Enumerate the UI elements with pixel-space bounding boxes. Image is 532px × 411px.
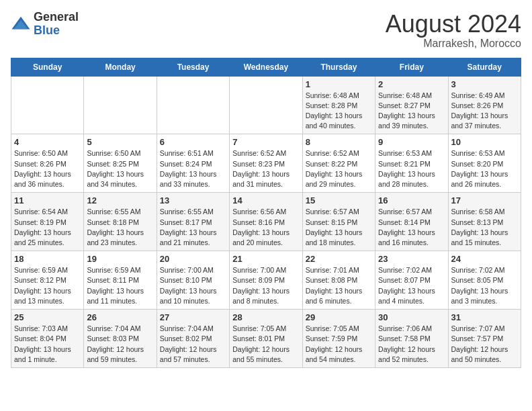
day-cell: 29Sunrise: 7:05 AM Sunset: 7:59 PM Dayli… xyxy=(302,310,375,368)
day-cell: 10Sunrise: 6:53 AM Sunset: 8:20 PM Dayli… xyxy=(448,134,521,193)
day-detail: Sunrise: 7:02 AM Sunset: 8:07 PM Dayligh… xyxy=(378,265,445,306)
header-day-wednesday: Wednesday xyxy=(230,58,302,76)
header-day-thursday: Thursday xyxy=(302,58,375,76)
day-detail: Sunrise: 6:55 AM Sunset: 8:18 PM Dayligh… xyxy=(87,207,153,248)
day-detail: Sunrise: 6:52 AM Sunset: 8:22 PM Dayligh… xyxy=(306,148,372,189)
day-cell: 7Sunrise: 6:52 AM Sunset: 8:23 PM Daylig… xyxy=(230,134,302,193)
header-row: SundayMondayTuesdayWednesdayThursdayFrid… xyxy=(11,58,521,76)
day-cell: 8Sunrise: 6:52 AM Sunset: 8:22 PM Daylig… xyxy=(302,134,375,193)
day-cell: 31Sunrise: 7:07 AM Sunset: 7:57 PM Dayli… xyxy=(448,310,521,368)
day-detail: Sunrise: 7:05 AM Sunset: 7:59 PM Dayligh… xyxy=(306,324,372,365)
week-row-1: 1Sunrise: 6:48 AM Sunset: 8:28 PM Daylig… xyxy=(11,76,521,134)
calendar-body: 1Sunrise: 6:48 AM Sunset: 8:28 PM Daylig… xyxy=(11,76,521,367)
day-cell: 30Sunrise: 7:06 AM Sunset: 7:58 PM Dayli… xyxy=(375,310,448,368)
day-number: 11 xyxy=(14,195,81,205)
day-cell: 2Sunrise: 6:48 AM Sunset: 8:27 PM Daylig… xyxy=(375,76,448,134)
day-number: 16 xyxy=(378,195,445,205)
day-cell: 22Sunrise: 7:01 AM Sunset: 8:08 PM Dayli… xyxy=(302,251,375,310)
day-cell: 3Sunrise: 6:49 AM Sunset: 8:26 PM Daylig… xyxy=(448,76,521,134)
day-detail: Sunrise: 7:07 AM Sunset: 7:57 PM Dayligh… xyxy=(451,324,518,365)
day-number: 12 xyxy=(87,195,153,205)
day-cell: 26Sunrise: 7:04 AM Sunset: 8:03 PM Dayli… xyxy=(84,310,157,368)
day-number: 28 xyxy=(232,312,299,322)
day-detail: Sunrise: 6:53 AM Sunset: 8:20 PM Dayligh… xyxy=(451,148,518,189)
day-number: 3 xyxy=(451,79,518,89)
day-number: 7 xyxy=(232,137,299,147)
day-cell: 5Sunrise: 6:50 AM Sunset: 8:25 PM Daylig… xyxy=(84,134,157,193)
day-detail: Sunrise: 6:50 AM Sunset: 8:26 PM Dayligh… xyxy=(14,148,81,189)
header-day-monday: Monday xyxy=(84,58,157,76)
day-detail: Sunrise: 7:04 AM Sunset: 8:03 PM Dayligh… xyxy=(87,324,153,365)
header-day-saturday: Saturday xyxy=(448,58,521,76)
day-cell: 12Sunrise: 6:55 AM Sunset: 8:18 PM Dayli… xyxy=(84,193,157,251)
day-detail: Sunrise: 7:02 AM Sunset: 8:05 PM Dayligh… xyxy=(451,265,518,306)
week-row-3: 11Sunrise: 6:54 AM Sunset: 8:19 PM Dayli… xyxy=(11,193,521,251)
title-block: August 2024 Marrakesh, Morocco xyxy=(386,11,521,50)
page-header: General Blue August 2024 Marrakesh, Moro… xyxy=(11,11,521,50)
day-cell: 23Sunrise: 7:02 AM Sunset: 8:07 PM Dayli… xyxy=(375,251,448,310)
day-cell: 1Sunrise: 6:48 AM Sunset: 8:28 PM Daylig… xyxy=(302,76,375,134)
day-cell: 21Sunrise: 7:00 AM Sunset: 8:09 PM Dayli… xyxy=(230,251,302,310)
day-detail: Sunrise: 6:57 AM Sunset: 8:15 PM Dayligh… xyxy=(306,207,372,248)
day-cell: 13Sunrise: 6:55 AM Sunset: 8:17 PM Dayli… xyxy=(157,193,229,251)
day-cell: 25Sunrise: 7:03 AM Sunset: 8:04 PM Dayli… xyxy=(11,310,84,368)
day-detail: Sunrise: 6:49 AM Sunset: 8:26 PM Dayligh… xyxy=(451,91,518,132)
day-number: 14 xyxy=(232,195,299,205)
day-number: 17 xyxy=(451,195,518,205)
day-cell xyxy=(157,76,229,134)
day-number: 23 xyxy=(378,254,445,264)
location-subtitle: Marrakesh, Morocco xyxy=(386,38,521,50)
day-number: 6 xyxy=(160,137,226,147)
day-cell: 20Sunrise: 7:00 AM Sunset: 8:10 PM Dayli… xyxy=(157,251,229,310)
day-number: 5 xyxy=(87,137,153,147)
day-detail: Sunrise: 7:04 AM Sunset: 8:02 PM Dayligh… xyxy=(160,324,226,365)
day-number: 26 xyxy=(87,312,153,322)
day-number: 22 xyxy=(306,254,372,264)
logo: General Blue xyxy=(11,11,79,38)
logo-icon xyxy=(11,14,31,34)
day-cell: 11Sunrise: 6:54 AM Sunset: 8:19 PM Dayli… xyxy=(11,193,84,251)
day-detail: Sunrise: 7:06 AM Sunset: 7:58 PM Dayligh… xyxy=(378,324,445,365)
logo-text: General Blue xyxy=(34,11,79,38)
day-number: 13 xyxy=(160,195,226,205)
day-detail: Sunrise: 7:01 AM Sunset: 8:08 PM Dayligh… xyxy=(306,265,372,306)
header-day-sunday: Sunday xyxy=(11,58,84,76)
day-cell xyxy=(84,76,157,134)
day-cell: 27Sunrise: 7:04 AM Sunset: 8:02 PM Dayli… xyxy=(157,310,229,368)
day-detail: Sunrise: 7:00 AM Sunset: 8:10 PM Dayligh… xyxy=(160,265,226,306)
day-number: 10 xyxy=(451,137,518,147)
day-cell: 18Sunrise: 6:59 AM Sunset: 8:12 PM Dayli… xyxy=(11,251,84,310)
week-row-5: 25Sunrise: 7:03 AM Sunset: 8:04 PM Dayli… xyxy=(11,310,521,368)
logo-general-text: General xyxy=(34,11,79,24)
day-detail: Sunrise: 6:50 AM Sunset: 8:25 PM Dayligh… xyxy=(87,148,153,189)
day-number: 8 xyxy=(306,137,372,147)
day-cell: 19Sunrise: 6:59 AM Sunset: 8:11 PM Dayli… xyxy=(84,251,157,310)
calendar-table: SundayMondayTuesdayWednesdayThursdayFrid… xyxy=(11,58,521,368)
day-cell: 16Sunrise: 6:57 AM Sunset: 8:14 PM Dayli… xyxy=(375,193,448,251)
day-detail: Sunrise: 6:48 AM Sunset: 8:27 PM Dayligh… xyxy=(378,91,445,132)
day-number: 24 xyxy=(451,254,518,264)
day-cell: 28Sunrise: 7:05 AM Sunset: 8:01 PM Dayli… xyxy=(230,310,302,368)
day-detail: Sunrise: 6:52 AM Sunset: 8:23 PM Dayligh… xyxy=(232,148,299,189)
day-number: 20 xyxy=(160,254,226,264)
header-day-tuesday: Tuesday xyxy=(157,58,229,76)
day-detail: Sunrise: 6:57 AM Sunset: 8:14 PM Dayligh… xyxy=(378,207,445,248)
day-number: 19 xyxy=(87,254,153,264)
day-cell: 9Sunrise: 6:53 AM Sunset: 8:21 PM Daylig… xyxy=(375,134,448,193)
calendar-header: SundayMondayTuesdayWednesdayThursdayFrid… xyxy=(11,58,521,76)
day-cell: 14Sunrise: 6:56 AM Sunset: 8:16 PM Dayli… xyxy=(230,193,302,251)
month-year-title: August 2024 xyxy=(386,11,521,38)
day-detail: Sunrise: 6:53 AM Sunset: 8:21 PM Dayligh… xyxy=(378,148,445,189)
day-cell: 17Sunrise: 6:58 AM Sunset: 8:13 PM Dayli… xyxy=(448,193,521,251)
day-number: 31 xyxy=(451,312,518,322)
day-cell: 24Sunrise: 7:02 AM Sunset: 8:05 PM Dayli… xyxy=(448,251,521,310)
week-row-4: 18Sunrise: 6:59 AM Sunset: 8:12 PM Dayli… xyxy=(11,251,521,310)
day-detail: Sunrise: 7:00 AM Sunset: 8:09 PM Dayligh… xyxy=(232,265,299,306)
day-detail: Sunrise: 6:51 AM Sunset: 8:24 PM Dayligh… xyxy=(160,148,226,189)
logo-blue-text: Blue xyxy=(34,24,79,38)
day-detail: Sunrise: 6:56 AM Sunset: 8:16 PM Dayligh… xyxy=(232,207,299,248)
day-cell: 4Sunrise: 6:50 AM Sunset: 8:26 PM Daylig… xyxy=(11,134,84,193)
day-number: 9 xyxy=(378,137,445,147)
day-number: 18 xyxy=(14,254,81,264)
header-day-friday: Friday xyxy=(375,58,448,76)
